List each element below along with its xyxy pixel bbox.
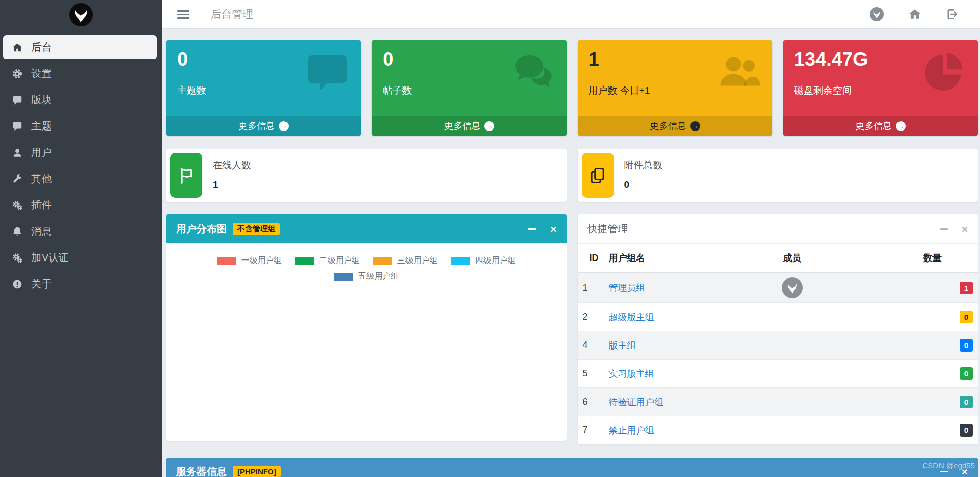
table-row: 2 超级版主组 0 [578,303,978,331]
group-link[interactable]: 超级版主组 [609,312,655,322]
panel-badge: 不含管理组 [233,223,280,235]
more-info-link[interactable]: 更多信息 → [372,116,566,136]
table-row: 6 待验证用户组 0 [578,388,978,416]
arrow-circle-icon: → [690,121,700,131]
legend-swatch [373,257,392,265]
sidebar-item-label: 加V认证 [31,251,68,265]
column-header-id: ID [578,244,604,273]
legend-item: 三级用户组 [373,255,438,266]
sidebar-item-label: 消息 [31,225,52,238]
content-area: 0 主题数 更多信息 → 0 帖子数 [162,29,980,477]
member-avatar[interactable] [782,277,803,298]
legend-swatch [451,257,470,265]
info-box-label: 在线人数 [213,159,251,172]
info-box-value: 1 [213,179,251,190]
copy-icon [582,153,614,198]
comment-icon [10,95,24,106]
stat-box-users: 1 用户数 今日+1 更多信息 → [578,40,772,136]
collapse-icon[interactable] [940,471,948,472]
arrow-circle-icon: → [279,121,289,131]
legend-swatch [334,273,353,281]
close-icon[interactable]: × [962,224,968,234]
sidebar-menu: 后台 设置 版块 主题 用户 其他 [0,29,162,298]
sidebar-item-label: 版块 [31,93,52,107]
info-box-value: 0 [624,179,663,190]
table-row: 7 禁止用户组 0 [578,416,978,445]
sidebar-item-topics[interactable]: 主题 [3,114,157,138]
count-badge: 0 [960,424,973,437]
table-row: 4 版主组 0 [578,331,978,360]
info-box-attachments: 附件总数 0 [578,149,978,202]
legend-item: 五级用户组 [334,271,399,282]
home-icon [10,42,24,53]
legend-item: 二级用户组 [295,255,360,266]
sidebar-item-settings[interactable]: 设置 [3,62,157,85]
panel-title: 用户分布图 [176,222,227,236]
info-boxes-row: 在线人数 1 附件总数 0 [166,149,978,202]
column-header-count: 数量 [848,244,978,273]
sidebar-item-verification[interactable]: 加V认证 [3,246,157,270]
brand-area[interactable] [0,0,162,29]
info-box-online: 在线人数 1 [166,149,567,202]
group-link[interactable]: 实习版主组 [609,369,655,379]
bull-logo-icon [71,5,91,25]
panel-title: 快捷管理 [588,222,628,236]
wrench-icon [10,174,24,185]
column-header-name: 用户组名 [604,244,737,273]
user-avatar[interactable] [870,7,884,21]
arrow-circle-icon: → [484,121,494,131]
legend-swatch [217,257,236,265]
legend-item: 一级用户组 [217,255,282,266]
home-icon[interactable] [908,8,921,21]
count-badge: 0 [960,396,973,408]
collapse-icon[interactable] [940,228,948,230]
sidebar-item-messages[interactable]: 消息 [3,220,157,243]
cogs-icon [10,252,24,264]
watermark: CSDN @egd55 [922,461,975,470]
sidebar-item-label: 主题 [31,119,52,133]
phpinfo-badge[interactable]: [PHPINFO] [233,466,281,477]
group-link[interactable]: 版主组 [609,340,636,351]
collapse-icon[interactable] [528,228,536,230]
column-header-member: 成员 [737,244,848,273]
sidebar-item-other[interactable]: 其他 [3,167,157,191]
panel-title: 服务器信息 [176,465,227,477]
bell-icon [10,226,24,237]
sidebar-item-plugins[interactable]: 插件 [3,193,157,217]
sidebar-item-about[interactable]: 关于 [3,272,157,296]
user-distribution-panel: 用户分布图 不含管理组 × 一级用户组 [166,214,567,441]
count-badge: 0 [960,367,973,380]
comments-icon [511,50,556,96]
flag-icon [170,153,202,198]
more-info-link[interactable]: 更多信息 → [578,116,772,136]
table-row: 1 管理员组 1 [578,273,978,303]
sidebar: 后台 设置 版块 主题 用户 其他 [0,0,162,477]
legend-item: 四级用户组 [451,255,516,266]
stat-boxes-row: 0 主题数 更多信息 → 0 帖子数 [166,40,978,136]
group-link[interactable]: 待验证用户组 [609,397,664,407]
panels-row: 用户分布图 不含管理组 × 一级用户组 [166,214,978,445]
count-badge: 0 [960,311,973,323]
group-link[interactable]: 禁止用户组 [609,425,655,436]
chart-legend-line2: 五级用户组 [166,271,567,282]
pie-chart-icon [922,50,967,96]
page-title: 后台管理 [211,7,253,21]
sidebar-toggle-icon[interactable] [177,10,189,19]
more-info-link[interactable]: 更多信息 → [783,116,978,136]
sidebar-item-users[interactable]: 用户 [3,141,157,164]
user-groups-table: ID 用户组名 成员 数量 1 管理员组 [578,244,978,445]
chart-area: 一级用户组 二级用户组 三级用户组 [166,243,567,441]
logout-icon[interactable] [946,8,959,21]
chart-legend: 一级用户组 二级用户组 三级用户组 [166,255,567,266]
sidebar-item-forums[interactable]: 版块 [3,88,157,112]
more-info-link[interactable]: 更多信息 → [166,116,361,136]
sidebar-item-label: 关于 [31,277,52,291]
group-link[interactable]: 管理员组 [609,283,645,293]
count-badge: 0 [960,339,973,352]
sidebar-item-label: 用户 [31,146,52,159]
sidebar-item-dashboard[interactable]: 后台 [3,35,157,59]
sidebar-item-label: 插件 [31,198,52,212]
panel-header: 用户分布图 不含管理组 × [166,214,567,243]
top-navbar: 后台管理 [162,0,980,29]
close-icon[interactable]: × [550,224,556,234]
